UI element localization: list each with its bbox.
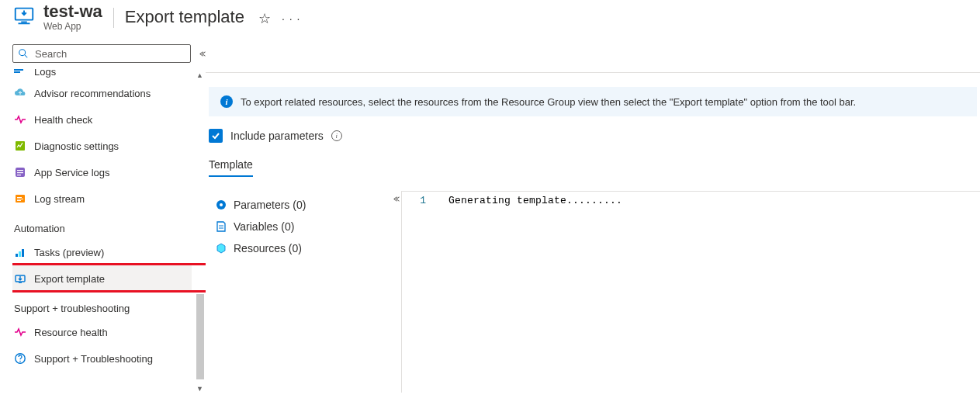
sidebar-item-log-stream[interactable]: Log stream [12, 185, 198, 212]
tree-resources[interactable]: Resources (0) [215, 237, 401, 259]
sidebar-item-app-service-logs[interactable]: App Service logs [12, 159, 198, 185]
scroll-up-icon[interactable]: ▲ [194, 69, 206, 81]
tree-variables[interactable]: Variables (0) [215, 216, 401, 237]
tree-label: Variables (0) [234, 220, 294, 233]
scrollbar-thumb[interactable] [196, 294, 204, 379]
sidebar: ≪ Logs Advisor recommendationsHealth che… [0, 36, 206, 407]
info-text: To export related resources, select the … [241, 96, 856, 108]
resource-type: Web App [43, 21, 102, 32]
include-parameters-label: Include parameters [230, 130, 324, 142]
sidebar-item-resource-health[interactable]: Resource health [12, 319, 198, 345]
tasks-icon [14, 246, 26, 258]
info-icon: i [220, 95, 233, 108]
sidebar-menu: Logs Advisor recommendationsHealth check… [12, 69, 206, 395]
scroll-down-icon[interactable]: ▼ [194, 383, 206, 395]
sidebar-item-health-check[interactable]: Health check [12, 106, 198, 133]
search-input[interactable] [35, 48, 185, 60]
sidebar-item-label: Export template [34, 273, 105, 285]
sidebar-item-label: Log stream [34, 193, 85, 205]
svg-point-24 [220, 203, 223, 206]
app-logs-icon [14, 166, 26, 178]
sidebar-item-label: Diagnostic settings [34, 140, 119, 152]
svg-rect-16 [16, 254, 18, 257]
tree-label: Resources (0) [234, 242, 302, 254]
svg-rect-20 [19, 282, 22, 283]
svg-rect-11 [17, 175, 21, 175]
sidebar-item-diagnostic-settings[interactable]: Diagnostic settings [12, 133, 198, 159]
sidebar-item-export-template[interactable]: Export template [12, 265, 192, 292]
svg-rect-2 [19, 23, 30, 24]
main-content: i To export related resources, select th… [206, 36, 980, 407]
parameters-icon [215, 199, 227, 211]
tree-label: Parameters (0) [234, 199, 306, 211]
export-template-icon [14, 272, 26, 285]
svg-rect-10 [17, 172, 23, 173]
sidebar-item-label: Logs [34, 69, 56, 78]
template-tree: ≪ Parameters (0) Variables (0) [206, 191, 401, 393]
svg-line-4 [25, 55, 28, 58]
tab-template[interactable]: Template [209, 155, 253, 177]
sidebar-item-label: Health check [34, 114, 92, 126]
help-circle-icon [14, 352, 26, 365]
sidebar-item-label: Advisor recommendations [34, 88, 151, 99]
svg-rect-18 [22, 249, 24, 257]
heartbeat-icon [14, 113, 26, 126]
variables-icon [215, 220, 227, 233]
tree-parameters[interactable]: Parameters (0) [215, 194, 401, 216]
svg-rect-13 [17, 197, 22, 198]
group-support: Support + troubleshooting [14, 303, 198, 314]
svg-rect-9 [17, 170, 23, 171]
cloud-arrow-icon [14, 87, 26, 99]
svg-rect-6 [14, 71, 20, 73]
diagnostics-icon [14, 140, 26, 152]
collapse-tree-icon[interactable]: ≪ [393, 194, 400, 204]
code-editor[interactable]: 1 Generating template......... [401, 191, 980, 393]
svg-rect-15 [17, 200, 21, 201]
sidebar-item-logs[interactable]: Logs [12, 69, 198, 78]
line-number: 1 [402, 192, 435, 393]
resources-icon [215, 242, 227, 254]
group-automation: Automation [14, 223, 198, 234]
svg-rect-17 [19, 251, 21, 257]
more-actions-icon[interactable]: · · · [282, 12, 300, 25]
favorite-star-icon[interactable]: ☆ [258, 10, 271, 27]
sidebar-item-label: Support + Troubleshooting [34, 353, 153, 365]
svg-rect-1 [21, 22, 27, 23]
svg-rect-14 [17, 199, 23, 199]
page-header: test-wa Web App Export template ☆ · · · [0, 0, 980, 36]
title-divider [113, 8, 114, 28]
svg-rect-5 [14, 69, 23, 71]
sidebar-item-advisor-recommendations[interactable]: Advisor recommendations [12, 80, 198, 106]
search-icon [18, 48, 29, 59]
page-title: Export template [125, 7, 244, 27]
sidebar-item-label: Tasks (preview) [34, 247, 104, 258]
collapse-sidebar-icon[interactable]: ≪ [199, 49, 206, 59]
log-stream-icon [14, 192, 26, 205]
sidebar-item-label: App Service logs [34, 167, 110, 178]
sidebar-item-label: Resource health [34, 327, 108, 338]
include-parameters-row: Include parameters i [209, 129, 980, 143]
svg-point-22 [19, 361, 21, 362]
webapp-icon [12, 4, 36, 27]
sidebar-item-support-troubleshooting[interactable]: Support + Troubleshooting [12, 345, 198, 372]
search-box[interactable] [12, 44, 191, 63]
svg-point-3 [19, 50, 26, 56]
editor-line: Generating template......... [435, 192, 622, 393]
resource-name: test-wa [43, 2, 102, 22]
tabs: Template [209, 155, 980, 177]
heartbeat-icon [14, 326, 26, 338]
info-banner: i To export related resources, select th… [209, 87, 977, 116]
scrollbar[interactable]: ▲ ▼ [194, 69, 206, 395]
help-icon[interactable]: i [331, 130, 342, 141]
logs-icon [14, 69, 26, 78]
sidebar-item-tasks-preview-[interactable]: Tasks (preview) [12, 239, 198, 265]
include-parameters-checkbox[interactable] [209, 129, 223, 143]
